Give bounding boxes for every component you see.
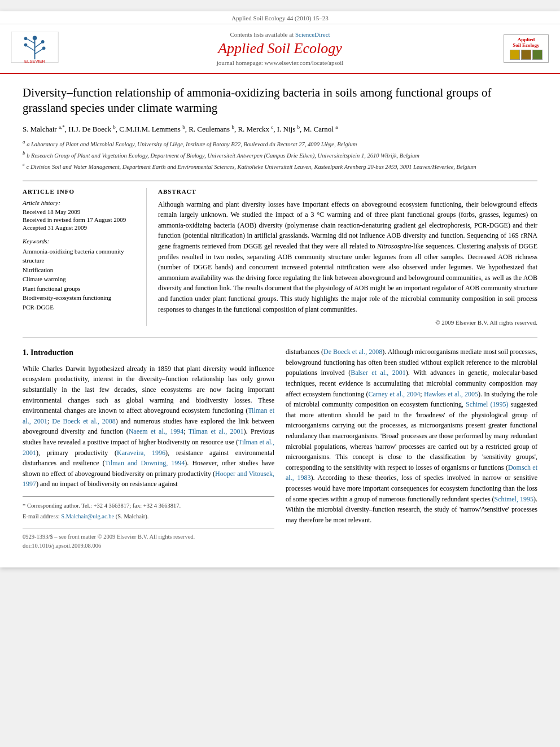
intro-para-1: While Charles Darwin hypothesized alread…: [23, 364, 274, 490]
article-title: Diversity–function relationship of ammon…: [23, 85, 537, 116]
logo-icon-1: [510, 50, 520, 60]
authors-text: S. Malchair a,*, H.J. De Boeck b, C.M.H.…: [23, 125, 338, 133]
svg-point-6: [33, 36, 37, 40]
affiliation-b: b b Research Group of Plant and Vegetati…: [23, 150, 537, 160]
italic-species: Nitrosospira: [377, 242, 411, 250]
article-info-label: Article Info: [23, 188, 138, 195]
ref-schimel-1995b[interactable]: Schimel, 1995: [495, 495, 533, 503]
body-left-col: 1. Introduction While Charles Darwin hyp…: [23, 347, 274, 551]
svg-point-9: [24, 43, 28, 46]
svg-point-8: [41, 40, 45, 43]
keyword-1: Ammonia-oxidizing bacteria community str…: [23, 247, 138, 265]
article-info-col: Article Info Article history: Received 1…: [23, 188, 147, 326]
ref-carney-2004[interactable]: Carney et al., 2004: [368, 390, 420, 398]
ref-domsch-1983[interactable]: Domsch et al., 1983: [286, 464, 537, 482]
elsevier-logo: ELSEVIER: [11, 32, 62, 66]
ref-karaveira-1996[interactable]: Karaveira, 1996: [117, 449, 165, 457]
header-center: Contents lists available at ScienceDirec…: [62, 31, 498, 66]
keyword-3: Climate warming: [23, 274, 138, 284]
body-right-col: disturbances (De Boeck et al., 2008). Al…: [286, 347, 537, 551]
journal-logo-box: AppliedSoil Ecology: [498, 34, 549, 63]
ref-hooper-vitousek-1997[interactable]: Hooper and Vitousek, 1997: [23, 470, 274, 488]
ref-hawkes-2005[interactable]: Hawkes et al., 2005: [424, 390, 478, 398]
keywords-label: Keywords:: [23, 238, 138, 244]
revised-date: Received in revised form 17 August 2009: [23, 216, 138, 223]
main-content: Diversity–function relationship of ammon…: [0, 74, 560, 567]
article-history: Article history: Received 18 May 2009 Re…: [23, 199, 138, 231]
svg-point-10: [42, 46, 46, 50]
body-section: 1. Introduction While Charles Darwin hyp…: [23, 347, 537, 551]
intro-heading: 1. Introduction: [23, 347, 274, 359]
journal-citation: Applied Soil Ecology 44 (2010) 15–23: [231, 15, 328, 21]
logo-title: AppliedSoil Ecology: [506, 37, 546, 49]
abstract-text: Although warming and plant diversity los…: [158, 199, 537, 315]
info-abstract-section: Article Info Article history: Received 1…: [23, 181, 537, 326]
affiliation-a: a a Laboratory of Plant and Microbial Ec…: [23, 138, 537, 148]
footnote-area: * Corresponding author. Tel.: +32 4 3663…: [23, 496, 274, 522]
keywords-list: Ammonia-oxidizing bacteria community str…: [23, 247, 138, 312]
journal-header: ELSEVIER Contents lists available at Sci…: [0, 24, 560, 74]
keywords-section: Keywords: Ammonia-oxidizing bacteria com…: [23, 238, 138, 312]
svg-text:ELSEVIER: ELSEVIER: [24, 58, 45, 63]
homepage-line: journal homepage: www.elsevier.com/locat…: [62, 59, 498, 66]
email-link[interactable]: S.Malchair@ulg.ac.be: [61, 513, 114, 519]
history-label: Article history:: [23, 199, 138, 206]
keyword-2: Nitrification: [23, 265, 138, 275]
ref-naeem-1994[interactable]: Naeem et al., 1994: [129, 427, 184, 435]
issn-line: 0929-1393/$ – see front matter © 2009 El…: [23, 532, 274, 541]
footnote-email: E-mail address: S.Malchair@ulg.ac.be (S.…: [23, 512, 274, 521]
logo-icon-2: [521, 50, 531, 60]
doi-line: doi:10.1016/j.apsoil.2009.08.006: [23, 541, 274, 551]
keyword-4: Plant functional groups: [23, 284, 138, 294]
affiliation-c: c c Division Soil and Water Management, …: [23, 161, 537, 171]
affiliations: a a Laboratory of Plant and Microbial Ec…: [23, 138, 537, 172]
ref-deboeck-2008[interactable]: De Boeck et al., 2008: [52, 417, 116, 425]
ref-deboeck-2008b[interactable]: De Boeck et al., 2008: [323, 348, 382, 356]
logo-icon-3: [532, 50, 542, 60]
footnote-corresponding: * Corresponding author. Tel.: +32 4 3663…: [23, 501, 274, 510]
received-date: Received 18 May 2009: [23, 208, 138, 215]
ref-balser-2001[interactable]: Balser et al., 2001: [351, 369, 406, 377]
abstract-label: Abstract: [158, 188, 537, 195]
keyword-6: PCR-DGGE: [23, 303, 138, 312]
keyword-5: Biodiversity-ecosystem functioning: [23, 293, 138, 303]
intro-para-right-1: disturbances (De Boeck et al., 2008). Al…: [286, 347, 537, 525]
bottom-info: 0929-1393/$ – see front matter © 2009 El…: [23, 528, 274, 551]
svg-point-7: [24, 37, 28, 40]
abstract-col: Abstract Although warming and plant dive…: [158, 188, 537, 326]
top-bar: Applied Soil Ecology 44 (2010) 15–23: [0, 11, 560, 24]
contents-line: Contents lists available at ScienceDirec…: [62, 31, 498, 38]
copyright: © 2009 Elsevier B.V. All rights reserved…: [158, 319, 537, 326]
accepted-date: Accepted 31 August 2009: [23, 224, 138, 231]
page: Applied Soil Ecology 44 (2010) 15–23 ELS…: [0, 11, 560, 567]
ref-schimel-1995[interactable]: Schimel (1995): [466, 400, 508, 408]
sciencedirect-link[interactable]: ScienceDirect: [295, 31, 330, 38]
section-divider: [23, 337, 537, 338]
authors-line: S. Malchair a,*, H.J. De Boeck b, C.M.H.…: [23, 124, 537, 134]
journal-title: Applied Soil Ecology: [62, 40, 498, 57]
ref-tilman-2001b[interactable]: Tilman et al., 2001: [189, 427, 244, 435]
ref-tilman-downing-1994[interactable]: Tilman and Downing, 1994: [105, 459, 185, 467]
